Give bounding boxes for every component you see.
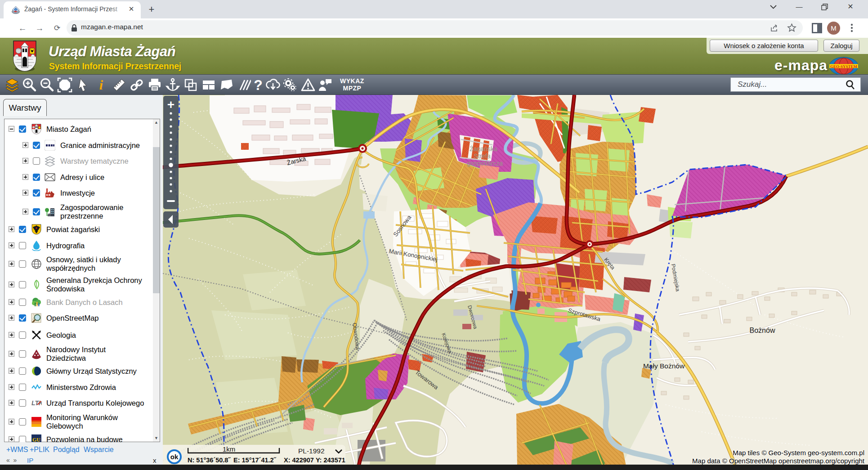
- svg-text:Żagańska: Żagańska: [470, 145, 497, 152]
- svg-text:i: i: [99, 77, 103, 92]
- svg-text:+: +: [167, 98, 174, 112]
- svg-text:LTK: LTK: [31, 399, 42, 407]
- svg-text:gospodarcza: gospodarcza: [467, 160, 503, 167]
- svg-text:Strefa: Strefa: [474, 152, 491, 160]
- svg-text:GEO-SYSTEM: GEO-SYSTEM: [830, 64, 858, 69]
- svg-text:?: ?: [254, 77, 263, 93]
- svg-text:Bożnów: Bożnów: [750, 327, 775, 334]
- svg-text:Mały Bożnów: Mały Bożnów: [643, 362, 685, 370]
